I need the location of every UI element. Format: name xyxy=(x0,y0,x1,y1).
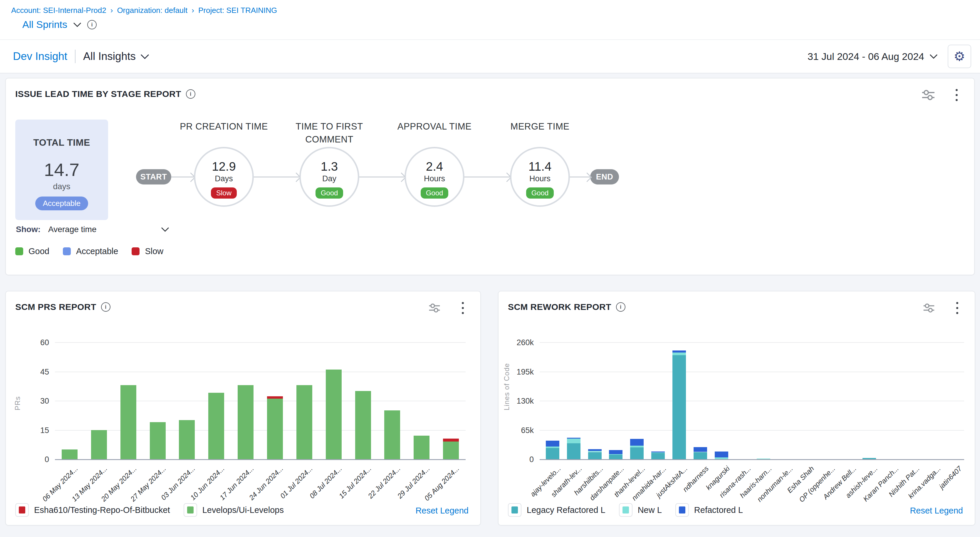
bar-segment[interactable] xyxy=(588,452,601,459)
bar-segment[interactable] xyxy=(91,430,107,459)
legend-label: New L xyxy=(638,505,662,515)
bar-segment[interactable] xyxy=(694,447,707,452)
x-tick-label: OP (oppenhe... xyxy=(797,464,837,504)
bar-segment[interactable] xyxy=(355,391,371,459)
series-legend-item[interactable]: New L xyxy=(619,503,662,517)
legend-label: Good xyxy=(29,246,49,256)
kebab-menu-icon[interactable] xyxy=(950,88,964,102)
gridline xyxy=(55,401,466,401)
bar-segment[interactable] xyxy=(150,422,166,459)
bar-segment[interactable] xyxy=(208,393,224,459)
bar-segment[interactable] xyxy=(443,442,459,459)
chevron-down-icon[interactable] xyxy=(73,22,81,27)
bar-segment[interactable] xyxy=(546,448,559,459)
reset-legend-link[interactable]: Reset Legend xyxy=(415,506,469,516)
series-legend-item[interactable]: Esha610/Testing-Repo-Of-Bitbucket xyxy=(15,503,170,517)
bar-segment[interactable] xyxy=(588,451,601,452)
breadcrumb-organization[interactable]: Organization: default xyxy=(117,6,188,15)
gridline xyxy=(539,342,964,343)
lead-time-legend-item[interactable]: Good xyxy=(15,246,49,256)
bar-segment[interactable] xyxy=(567,443,581,459)
bar-segment[interactable] xyxy=(630,439,644,446)
lead-time-legend-item[interactable]: Slow xyxy=(132,246,163,256)
widget-filter-button[interactable] xyxy=(921,88,935,102)
bar-segment[interactable] xyxy=(62,450,78,459)
info-icon[interactable]: i xyxy=(87,20,97,29)
reset-legend-link[interactable]: Reset Legend xyxy=(910,506,963,516)
gridline xyxy=(55,372,466,372)
series-legend-item[interactable]: Levelops/Ui-Levelops xyxy=(184,503,284,517)
legend-swatch xyxy=(15,247,23,255)
legend-checkbox[interactable] xyxy=(15,503,29,517)
date-range-value[interactable]: 31 Jul 2024 - 06 Aug 2024 xyxy=(808,51,924,62)
breadcrumb-account[interactable]: Account: SEI-Internal-Prod2 xyxy=(11,6,107,15)
bar-segment[interactable] xyxy=(673,355,686,459)
bar-segment[interactable] xyxy=(179,420,195,459)
bar-segment[interactable] xyxy=(694,452,707,459)
bar-segment[interactable] xyxy=(414,436,430,459)
bar-segment[interactable] xyxy=(715,458,728,459)
legend-checkbox[interactable] xyxy=(675,503,689,517)
sprint-selector-value[interactable]: All Sprints xyxy=(22,19,67,30)
stage-node[interactable]: 12.9DaysSlow xyxy=(194,147,254,207)
legend-label: Refactored L xyxy=(694,505,743,515)
stage-node[interactable]: 11.4HoursGood xyxy=(510,147,570,207)
date-range-picker[interactable]: 31 Jul 2024 - 06 Aug 2024 xyxy=(808,51,938,62)
bar-segment[interactable] xyxy=(567,438,581,438)
bar-segment[interactable] xyxy=(588,449,601,451)
legend-label: Legacy Refactored L xyxy=(527,505,605,515)
series-legend-item[interactable]: Refactored L xyxy=(675,503,743,517)
scm-rework-widget: SCM REWORK REPORT i Lines of Code065k130… xyxy=(498,291,975,526)
scm-prs-widget: SCM PRS REPORT i PRs01530456006 May 2024… xyxy=(5,291,481,526)
breadcrumb-project[interactable]: Project: SEI TRAINING xyxy=(198,6,277,15)
header-divider xyxy=(75,50,75,63)
chevron-down-icon xyxy=(140,54,149,59)
bar-segment[interactable] xyxy=(238,385,253,459)
bar-segment[interactable] xyxy=(609,450,622,454)
bar-segment[interactable] xyxy=(267,399,283,459)
stage-value: 1.3 xyxy=(301,159,358,174)
legend-checkbox[interactable] xyxy=(184,503,197,517)
bar-segment[interactable] xyxy=(121,385,136,459)
bar-segment[interactable] xyxy=(384,410,400,459)
info-icon[interactable]: i xyxy=(186,89,196,99)
settings-button[interactable]: ⚙ xyxy=(948,44,971,68)
lead-time-legend-item[interactable]: Acceptable xyxy=(63,246,118,256)
bar-segment[interactable] xyxy=(326,370,342,459)
bar-segment[interactable] xyxy=(715,451,728,458)
bar-segment[interactable] xyxy=(673,353,686,355)
bar-segment[interactable] xyxy=(609,454,622,455)
legend-checkbox[interactable] xyxy=(508,503,522,517)
insight-name-link[interactable]: Dev Insight xyxy=(13,50,67,63)
stage-status-badge: Slow xyxy=(211,187,237,199)
bar-segment[interactable] xyxy=(862,458,876,459)
stage-node[interactable]: 1.3DayGood xyxy=(299,147,359,207)
chevron-down-icon[interactable] xyxy=(161,227,169,232)
show-dropdown-value[interactable]: Average time xyxy=(48,225,96,234)
bar-segment[interactable] xyxy=(651,453,665,459)
x-axis-line xyxy=(539,459,964,460)
series-legend-item[interactable]: Legacy Refactored L xyxy=(508,503,605,517)
total-time-status-badge: Acceptable xyxy=(35,197,88,210)
legend-checkbox[interactable] xyxy=(619,503,633,517)
bar-segment[interactable] xyxy=(673,351,686,353)
bar-segment[interactable] xyxy=(630,446,644,447)
bar-segment[interactable] xyxy=(651,451,665,453)
issue-lead-time-widget: ISSUE LEAD TIME BY STAGE REPORT i TOTAL … xyxy=(5,78,975,275)
bar-segment[interactable] xyxy=(443,438,459,442)
chevron-down-icon xyxy=(929,54,938,59)
bar-segment[interactable] xyxy=(757,459,770,459)
bar-segment[interactable] xyxy=(296,385,312,459)
bar-segment[interactable] xyxy=(609,455,622,459)
bar-segment[interactable] xyxy=(267,396,283,399)
bar-segment[interactable] xyxy=(546,441,559,446)
bar-segment[interactable] xyxy=(546,446,559,448)
stage-node[interactable]: 2.4HoursGood xyxy=(404,147,465,207)
bar-segment[interactable] xyxy=(630,447,644,459)
insights-dropdown[interactable]: All Insights xyxy=(83,50,149,63)
bar-segment[interactable] xyxy=(651,453,665,453)
insights-dropdown-value[interactable]: All Insights xyxy=(83,50,136,63)
bar-segment[interactable] xyxy=(567,438,581,443)
y-tick-label: 15 xyxy=(11,426,49,435)
sprint-selector[interactable]: All Sprints i xyxy=(22,19,97,30)
